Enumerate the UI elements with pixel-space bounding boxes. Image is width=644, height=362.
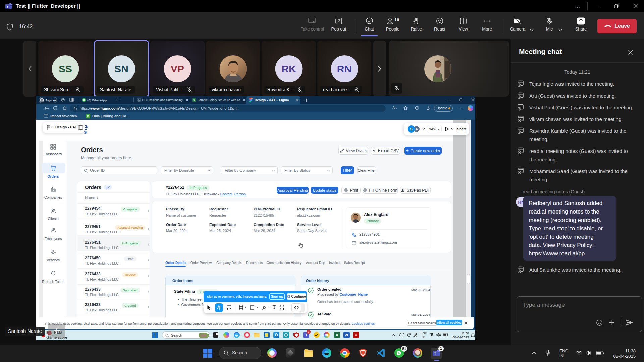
svg-text:T: T xyxy=(434,351,436,355)
svg-text:3: 3 xyxy=(416,107,417,109)
svg-text:T: T xyxy=(7,5,9,8)
svg-text:10: 10 xyxy=(394,17,399,22)
